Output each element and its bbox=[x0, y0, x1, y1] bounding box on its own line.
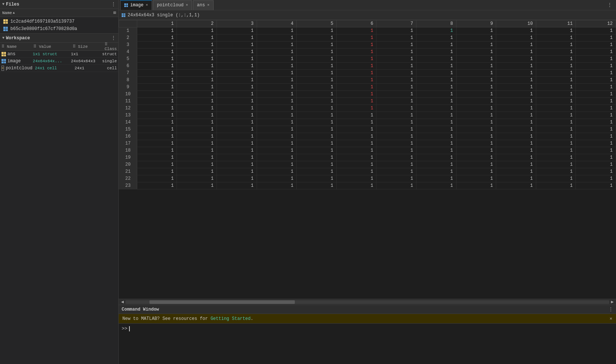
table-cell[interactable]: 1 bbox=[297, 154, 337, 161]
table-cell[interactable]: 1 bbox=[376, 140, 416, 147]
table-cell[interactable]: 1 bbox=[257, 182, 297, 189]
table-cell[interactable]: 1 bbox=[576, 42, 616, 49]
table-cell[interactable]: 1 bbox=[297, 27, 337, 34]
col-header-9[interactable]: 9 bbox=[456, 20, 496, 27]
table-cell[interactable]: 1 bbox=[496, 126, 536, 133]
col-header-5[interactable]: 5 bbox=[297, 20, 337, 27]
table-cell[interactable]: 1 bbox=[177, 77, 217, 84]
table-cell[interactable]: 1 bbox=[217, 56, 257, 63]
table-cell[interactable]: 1 bbox=[576, 133, 616, 140]
table-cell[interactable]: 1 bbox=[137, 105, 177, 112]
table-cell[interactable]: 1 bbox=[496, 175, 536, 182]
tab-pointcloud[interactable]: pointcloud ✕ bbox=[153, 0, 192, 10]
table-cell[interactable]: 1 bbox=[217, 77, 257, 84]
table-cell[interactable]: 1 bbox=[297, 56, 337, 63]
table-cell[interactable]: 1 bbox=[416, 182, 456, 189]
table-cell[interactable]: 1 bbox=[217, 105, 257, 112]
table-cell[interactable]: 1 bbox=[456, 112, 496, 119]
table-cell[interactable]: 1 bbox=[376, 77, 416, 84]
col-header-6[interactable]: 6 bbox=[336, 20, 376, 27]
table-cell[interactable]: 1 bbox=[576, 70, 616, 77]
table-cell[interactable]: 1 bbox=[217, 34, 257, 42]
table-cell[interactable]: 1 bbox=[416, 63, 456, 70]
table-cell[interactable]: 1 bbox=[416, 70, 456, 77]
table-cell[interactable]: 1 bbox=[257, 98, 297, 105]
tab-overflow-icon[interactable]: ⋮ bbox=[605, 2, 615, 8]
table-cell[interactable]: 1 bbox=[257, 56, 297, 63]
table-cell[interactable]: 1 bbox=[177, 34, 217, 42]
table-cell[interactable]: 1 bbox=[217, 140, 257, 147]
table-cell[interactable]: 1 bbox=[137, 182, 177, 189]
table-cell[interactable]: 1 bbox=[257, 27, 297, 34]
table-cell[interactable]: 1 bbox=[456, 140, 496, 147]
table-cell[interactable]: 1 bbox=[297, 105, 337, 112]
table-cell[interactable]: 1 bbox=[376, 105, 416, 112]
table-cell[interactable]: 1 bbox=[257, 147, 297, 154]
table-cell[interactable]: 1 bbox=[257, 34, 297, 42]
col-header-1[interactable]: 1 bbox=[137, 20, 177, 27]
table-cell[interactable]: 1 bbox=[456, 27, 496, 34]
table-cell[interactable]: 1 bbox=[416, 105, 456, 112]
table-cell[interactable]: 1 bbox=[257, 133, 297, 140]
table-cell[interactable]: 1 bbox=[336, 133, 376, 140]
table-cell[interactable]: 1 bbox=[376, 147, 416, 154]
table-cell[interactable]: 1 bbox=[257, 126, 297, 133]
table-cell[interactable]: 1 bbox=[416, 161, 456, 168]
table-cell[interactable]: 1 bbox=[336, 140, 376, 147]
table-cell[interactable]: 1 bbox=[496, 147, 536, 154]
file-item[interactable]: 1c2cad4df1697103a5139737 bbox=[0, 18, 118, 25]
table-cell[interactable]: 1 bbox=[217, 84, 257, 91]
table-cell[interactable]: 1 bbox=[456, 168, 496, 175]
table-cell[interactable]: 1 bbox=[137, 161, 177, 168]
table-cell[interactable]: 1 bbox=[456, 161, 496, 168]
table-cell[interactable]: 1 bbox=[376, 34, 416, 42]
table-cell[interactable]: 1 bbox=[536, 84, 576, 91]
table-cell[interactable]: 1 bbox=[257, 70, 297, 77]
table-cell[interactable]: 1 bbox=[576, 119, 616, 126]
tab-image-close[interactable]: ✕ bbox=[146, 3, 148, 7]
table-cell[interactable]: 1 bbox=[376, 70, 416, 77]
table-cell[interactable]: 1 bbox=[137, 91, 177, 98]
workspace-col-name[interactable]: ⠿ Name bbox=[1, 44, 30, 49]
table-cell[interactable]: 1 bbox=[376, 168, 416, 175]
h-scrollbar[interactable]: ◀ ▶ bbox=[119, 299, 616, 305]
table-cell[interactable]: 1 bbox=[137, 154, 177, 161]
table-cell[interactable]: 1 bbox=[177, 27, 217, 34]
table-cell[interactable]: 1 bbox=[177, 133, 217, 140]
table-cell[interactable]: 1 bbox=[536, 70, 576, 77]
table-cell[interactable]: 1 bbox=[297, 63, 337, 70]
table-cell[interactable]: 1 bbox=[137, 140, 177, 147]
table-cell[interactable]: 1 bbox=[137, 168, 177, 175]
table-cell[interactable]: 1 bbox=[336, 70, 376, 77]
table-cell[interactable]: 1 bbox=[576, 84, 616, 91]
table-cell[interactable]: 1 bbox=[376, 161, 416, 168]
workspace-col-value[interactable]: ⠿ Value bbox=[33, 44, 69, 49]
table-cell[interactable]: 1 bbox=[217, 112, 257, 119]
table-cell[interactable]: 1 bbox=[496, 77, 536, 84]
table-cell[interactable]: 1 bbox=[496, 98, 536, 105]
table-cell[interactable]: 1 bbox=[297, 182, 337, 189]
table-cell[interactable]: 1 bbox=[137, 147, 177, 154]
data-grid-container[interactable]: 1 2 3 4 5 6 7 8 9 10 11 12 1111 bbox=[119, 20, 616, 299]
col-header-10[interactable]: 10 bbox=[496, 20, 536, 27]
table-cell[interactable]: 1 bbox=[257, 112, 297, 119]
scroll-left-icon[interactable]: ◀ bbox=[119, 299, 125, 305]
scroll-right-icon[interactable]: ▶ bbox=[609, 299, 615, 305]
col-header-4[interactable]: 4 bbox=[257, 20, 297, 27]
table-cell[interactable]: 1 bbox=[456, 126, 496, 133]
table-cell[interactable]: 1 bbox=[576, 147, 616, 154]
table-cell[interactable]: 1 bbox=[177, 84, 217, 91]
table-cell[interactable]: 1 bbox=[137, 84, 177, 91]
files-menu-icon[interactable]: ⋮ bbox=[111, 1, 116, 7]
table-cell[interactable]: 1 bbox=[137, 126, 177, 133]
table-cell[interactable]: 1 bbox=[257, 161, 297, 168]
workspace-col-size[interactable]: ⠿ Size bbox=[73, 44, 101, 49]
command-notice-close[interactable]: ✕ bbox=[610, 316, 612, 321]
table-cell[interactable]: 1 bbox=[336, 112, 376, 119]
command-window-menu-icon[interactable]: ⋮ bbox=[609, 307, 613, 312]
table-cell[interactable]: 1 bbox=[137, 98, 177, 105]
table-cell[interactable]: 1 bbox=[257, 84, 297, 91]
tab-pointcloud-close[interactable]: ✕ bbox=[186, 3, 188, 7]
table-cell[interactable]: 1 bbox=[137, 133, 177, 140]
table-cell[interactable]: 1 bbox=[376, 112, 416, 119]
